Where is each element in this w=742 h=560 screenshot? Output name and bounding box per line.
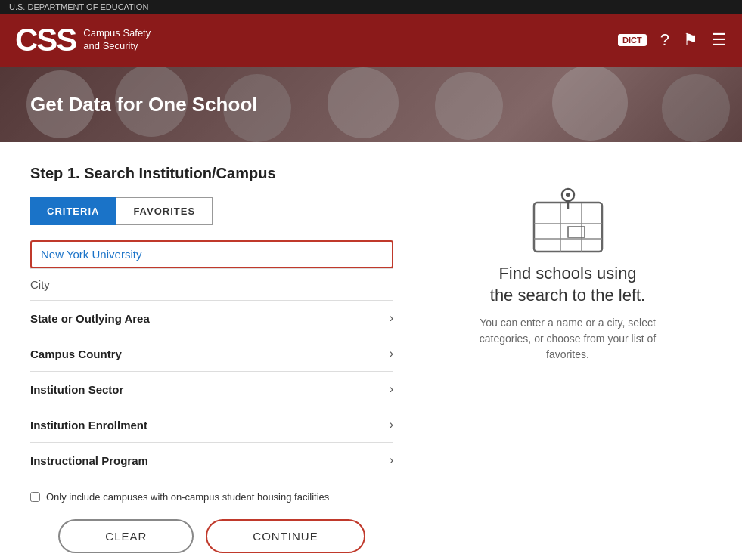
chevron-icon-sector: › — [390, 382, 393, 396]
filter-label-sector: Institution Sector — [30, 383, 123, 396]
chevron-icon-enrollment: › — [390, 418, 393, 432]
tab-favorites[interactable]: FAVORITES — [116, 197, 213, 225]
hero-section: Get Data for One School — [0, 67, 742, 142]
menu-icon[interactable]: ☰ — [712, 30, 727, 50]
clear-button[interactable]: CLEAR — [58, 519, 194, 553]
chevron-icon-state: › — [390, 311, 393, 325]
map-icon — [523, 187, 613, 263]
housing-checkbox-label: Only include campuses with on-campus stu… — [46, 490, 329, 504]
filter-list: City State or Outlying Area › Campus Cou… — [30, 268, 393, 478]
chevron-icon-country: › — [390, 347, 393, 360]
header: CSS Campus Safety and Security DICT ? ⚑ … — [0, 14, 742, 67]
svg-point-5 — [552, 67, 628, 141]
housing-checkbox[interactable] — [30, 492, 40, 502]
flag-icon[interactable]: ⚑ — [683, 30, 698, 50]
right-panel: Find schools using the search to the lef… — [424, 165, 712, 553]
dict-button[interactable]: DICT — [618, 34, 647, 46]
filter-row-sector[interactable]: Institution Sector › — [30, 372, 393, 407]
svg-point-4 — [435, 72, 503, 140]
step-title: Step 1. Search Institution/Campus — [30, 165, 393, 182]
header-icons: DICT ? ⚑ ☰ — [618, 30, 727, 50]
tab-row: CRITERIA FAVORITES — [30, 197, 393, 225]
find-schools-description: You can enter a name or a city, select c… — [470, 315, 666, 363]
filter-label-enrollment: Institution Enrollment — [30, 419, 147, 432]
find-schools-title: Find schools using the search to the lef… — [490, 263, 645, 306]
action-buttons: CLEAR CONTINUE — [30, 519, 393, 553]
filter-row-enrollment[interactable]: Institution Enrollment › — [30, 407, 393, 443]
gov-banner-text: U.S. DEPARTMENT OF EDUCATION — [9, 2, 148, 11]
left-panel: Step 1. Search Institution/Campus CRITER… — [30, 165, 393, 553]
gov-banner: U.S. DEPARTMENT OF EDUCATION — [0, 0, 742, 14]
checkbox-row: Only include campuses with on-campus stu… — [30, 490, 393, 504]
filter-row-country[interactable]: Campus Country › — [30, 336, 393, 372]
svg-point-6 — [662, 74, 730, 142]
css-logo-text: CSS — [15, 24, 76, 56]
filter-label-city: City — [30, 278, 50, 291]
filter-row-state[interactable]: State or Outlying Area › — [30, 301, 393, 336]
logo: CSS Campus Safety and Security — [15, 24, 151, 56]
continue-button[interactable]: CONTINUE — [206, 519, 365, 553]
tab-criteria[interactable]: CRITERIA — [30, 197, 116, 225]
search-input[interactable] — [30, 240, 393, 268]
help-icon[interactable]: ? — [660, 30, 669, 50]
filter-row-city[interactable]: City — [30, 269, 393, 301]
svg-point-3 — [328, 67, 399, 138]
page-title: Get Data for One School — [0, 93, 258, 116]
svg-point-14 — [566, 193, 570, 197]
filter-label-program: Instructional Program — [30, 454, 148, 467]
filter-label-state: State or Outlying Area — [30, 312, 150, 325]
filter-label-country: Campus Country — [30, 348, 122, 360]
main-content: Step 1. Search Institution/Campus CRITER… — [0, 142, 742, 560]
filter-row-program[interactable]: Instructional Program › — [30, 443, 393, 478]
css-subtitle: Campus Safety and Security — [83, 27, 151, 53]
chevron-icon-program: › — [390, 453, 393, 467]
